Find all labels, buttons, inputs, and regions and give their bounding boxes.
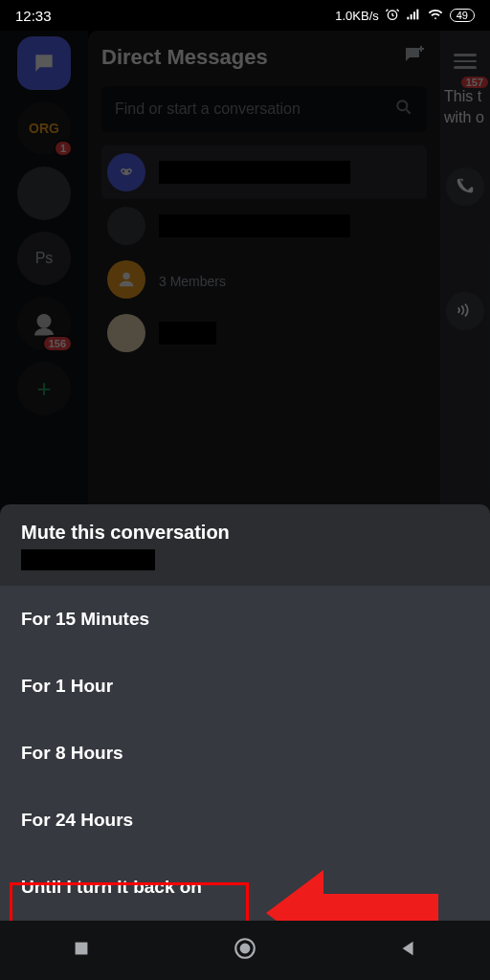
server-org[interactable]: ORG 1 bbox=[17, 101, 71, 155]
peek-text-2: with o bbox=[440, 107, 490, 128]
svg-rect-2 bbox=[410, 14, 412, 19]
status-right: 1.0KB/s 49 bbox=[335, 7, 475, 25]
status-time: 12:33 bbox=[15, 8, 52, 24]
sheet-options: For 15 Minutes For 1 Hour For 8 Hours Fo… bbox=[0, 586, 490, 921]
svg-rect-4 bbox=[416, 9, 418, 19]
android-nav-bar bbox=[0, 921, 490, 980]
mute-option-8hours[interactable]: For 8 Hours bbox=[0, 720, 490, 787]
badge-guild: 156 bbox=[42, 335, 73, 352]
mute-bottom-sheet: Mute this conversation For 15 Minutes Fo… bbox=[0, 504, 490, 980]
search-input[interactable]: Find or start a conversation bbox=[101, 86, 427, 132]
battery-indicator: 49 bbox=[450, 9, 475, 22]
svg-rect-1 bbox=[407, 16, 409, 19]
svg-point-15 bbox=[241, 945, 250, 953]
svg-point-8 bbox=[128, 170, 130, 172]
member-count: 3 Members bbox=[159, 274, 421, 289]
mute-option-24hours[interactable]: For 24 Hours bbox=[0, 787, 490, 854]
nav-back-icon[interactable] bbox=[398, 938, 419, 963]
mute-option-15min[interactable]: For 15 Minutes bbox=[0, 586, 490, 653]
server-ps[interactable]: Ps bbox=[17, 232, 71, 285]
dm-hub-button[interactable] bbox=[17, 36, 71, 90]
svg-rect-13 bbox=[75, 943, 87, 955]
dm-row[interactable] bbox=[101, 306, 427, 360]
badge-org: 1 bbox=[54, 140, 73, 157]
mute-option-1hour[interactable]: For 1 Hour bbox=[0, 653, 490, 720]
sheet-title: Mute this conversation bbox=[21, 522, 469, 544]
svg-point-9 bbox=[122, 273, 129, 279]
dm-row[interactable] bbox=[101, 145, 427, 199]
server-item[interactable] bbox=[17, 167, 71, 220]
dm-header: Direct Messages bbox=[101, 44, 427, 71]
call-icon[interactable] bbox=[446, 167, 484, 206]
avatar bbox=[107, 207, 145, 245]
mute-option-indefinite[interactable]: Until I turn it back on bbox=[0, 854, 490, 921]
redacted-name bbox=[159, 161, 350, 184]
wifi-icon bbox=[427, 7, 444, 25]
new-dm-icon[interactable] bbox=[400, 44, 427, 71]
peek-badge: 157 bbox=[461, 77, 488, 88]
menu-icon[interactable] bbox=[454, 54, 477, 69]
dm-title: Direct Messages bbox=[101, 45, 268, 70]
status-bar: 12:33 1.0KB/s 49 bbox=[0, 0, 490, 31]
avatar bbox=[107, 260, 145, 299]
alarm-icon bbox=[385, 7, 400, 25]
network-speed: 1.0KB/s bbox=[335, 9, 379, 23]
dm-row[interactable] bbox=[101, 199, 427, 253]
svg-point-5 bbox=[37, 314, 52, 328]
nav-home-icon[interactable] bbox=[233, 936, 257, 965]
svg-point-6 bbox=[397, 100, 407, 110]
nav-recent-icon[interactable] bbox=[71, 938, 92, 963]
redacted-name bbox=[159, 214, 350, 237]
dm-row[interactable]: 3 Members bbox=[101, 253, 427, 306]
avatar bbox=[107, 314, 145, 352]
sheet-header: Mute this conversation bbox=[0, 504, 490, 586]
server-guild[interactable]: 156 bbox=[17, 297, 71, 350]
svg-rect-3 bbox=[413, 11, 415, 19]
avatar bbox=[107, 153, 145, 191]
add-server-button[interactable]: + bbox=[17, 362, 71, 415]
wave-icon[interactable] bbox=[446, 292, 484, 330]
svg-point-7 bbox=[122, 170, 124, 172]
redacted-name bbox=[159, 322, 216, 345]
signal-icon bbox=[406, 7, 421, 25]
search-placeholder: Find or start a conversation bbox=[115, 100, 301, 118]
redacted-subtitle bbox=[21, 549, 155, 570]
server-ps-label: Ps bbox=[35, 250, 54, 267]
search-icon bbox=[394, 98, 413, 121]
